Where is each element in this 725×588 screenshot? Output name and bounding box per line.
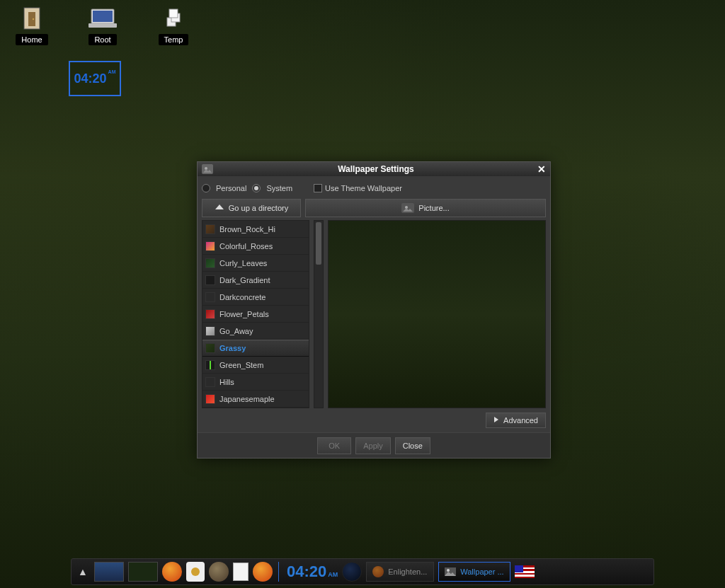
radio-personal[interactable] (202, 184, 210, 192)
wallpaper-thumb-icon (205, 394, 215, 404)
taskbar-clock-ampm: AM (328, 571, 338, 578)
wallpaper-file-label: Curly_Leaves (219, 259, 267, 267)
taskbar-window-wallpaper[interactable]: Wallpaper ... (438, 562, 510, 582)
picture-label: Picture... (418, 204, 449, 212)
taskbar-clock[interactable]: 04:20 AM (287, 563, 338, 581)
taskbar-window-enlighten[interactable]: Enlighten... (366, 562, 434, 582)
titlebar[interactable]: Wallpaper Settings ✕ (198, 162, 550, 176)
chevron-up-icon (215, 204, 224, 212)
wallpaper-thumb-icon (205, 326, 215, 336)
wallpaper-thumb-icon (205, 360, 215, 370)
taskbar-separator (278, 562, 281, 582)
svg-rect-4 (93, 11, 113, 22)
svg-rect-5 (89, 23, 117, 28)
wallpaper-thumb-icon (205, 258, 215, 268)
svg-point-2 (33, 18, 34, 20)
picture-icon (401, 203, 414, 213)
use-theme-wallpaper-option[interactable]: Use Theme Wallpaper (314, 184, 402, 192)
svg-point-15 (447, 569, 450, 572)
taskbar-app-gimp[interactable] (209, 561, 229, 582)
wallpaper-file-item[interactable]: Dark_Gradient (202, 272, 309, 289)
wallpaper-file-item[interactable]: Japanesemaple (202, 391, 309, 408)
file-list-scrollbar[interactable] (314, 220, 324, 408)
firefox-icon (253, 562, 273, 582)
radio-system-label: System (266, 184, 292, 192)
workspace-thumb-icon (128, 562, 158, 582)
options-row: Personal System Use Theme Wallpaper (202, 180, 546, 196)
desktop-icon-label: Root (89, 34, 116, 45)
taskbar-menu-button[interactable]: ▲ (76, 561, 90, 582)
wallpaper-file-item[interactable]: Brown_Rock_Hi (202, 221, 309, 238)
workspace-thumb-icon (94, 562, 124, 582)
wallpaper-file-list[interactable]: Brown_Rock_HiColorful_RosesCurly_LeavesD… (202, 220, 309, 408)
wallpaper-file-label: Japanesemaple (219, 395, 275, 403)
desktop-icon-label: Temp (159, 34, 189, 45)
taskbar-app-firefox[interactable] (162, 561, 182, 582)
dialog-footer: OK Apply Close (198, 432, 550, 458)
wallpaper-file-label: Green_Stem (219, 361, 263, 369)
wallpaper-file-item[interactable]: Hills (202, 374, 309, 391)
close-button[interactable]: Close (395, 437, 430, 454)
close-button[interactable]: ✕ (535, 163, 546, 175)
wallpaper-file-item[interactable]: Darkconcrete (202, 289, 309, 306)
taskbar-app-media[interactable] (186, 561, 205, 582)
desktop-icon-temp[interactable]: Temp (149, 6, 198, 45)
picture-icon (445, 567, 456, 576)
picture-button[interactable]: Picture... (305, 199, 546, 217)
wallpaper-file-item[interactable]: Grassy (202, 340, 309, 357)
advanced-button[interactable]: Advanced (486, 413, 546, 428)
wallpaper-thumb-icon (205, 343, 215, 353)
wallpaper-file-label: Brown_Rock_Hi (219, 225, 275, 234)
taskbar-app-document[interactable] (233, 561, 249, 582)
taskbar-workspace-2[interactable] (128, 561, 158, 582)
clock-ampm: AM (108, 69, 116, 74)
wallpaper-file-item[interactable]: Flower_Petals (202, 306, 309, 323)
wallpaper-file-item[interactable]: Colorful_Roses (202, 238, 309, 255)
desktop-icon-home[interactable]: Home (7, 6, 57, 45)
media-icon (186, 562, 205, 582)
wallpaper-file-item[interactable]: Curly_Leaves (202, 255, 309, 272)
radio-system[interactable] (252, 184, 261, 192)
wallpaper-file-item[interactable]: Go_Away (202, 323, 309, 340)
desktop-clock-widget[interactable]: 04:20 AM (69, 61, 121, 96)
taskbar-app-firefox-2[interactable] (253, 561, 273, 582)
desktop-icon-root[interactable]: Root (78, 6, 127, 45)
wallpaper-file-label: Flower_Petals (219, 310, 269, 318)
home-icon (17, 6, 47, 31)
gimp-icon (209, 562, 229, 582)
scrollbar-thumb[interactable] (316, 222, 321, 265)
wallpaper-file-label: Dark_Gradient (219, 276, 270, 284)
wallpaper-thumb-icon (205, 275, 215, 285)
temp-icon (159, 6, 188, 31)
chevron-up-icon: ▲ (78, 566, 88, 577)
close-icon: ✕ (537, 163, 546, 175)
apply-button[interactable]: Apply (355, 437, 391, 454)
advanced-label: Advanced (503, 416, 538, 425)
use-theme-checkbox[interactable] (314, 184, 322, 192)
clock-time: 04:20 (74, 71, 107, 86)
wallpaper-file-label: Go_Away (219, 327, 253, 335)
go-up-button[interactable]: Go up a directory (202, 199, 301, 217)
ok-button[interactable]: OK (317, 437, 351, 454)
wallpaper-thumb-icon (205, 309, 215, 319)
wallpaper-file-item[interactable]: Green_Stem (202, 357, 309, 374)
taskbar-system-orb[interactable] (342, 561, 362, 582)
desktop-icon-label: Home (16, 34, 47, 45)
us-flag-icon (515, 565, 535, 578)
svg-rect-1 (28, 12, 35, 26)
taskbar-workspace-1[interactable] (94, 561, 124, 582)
taskbar-keyboard-layout[interactable] (515, 561, 535, 582)
window-title: Wallpaper Settings (217, 164, 535, 174)
wallpaper-file-label: Hills (219, 378, 234, 386)
desktop-icons: Home Root Temp (7, 6, 198, 45)
go-up-label: Go up a directory (229, 204, 288, 212)
wallpaper-thumb-icon (205, 241, 215, 251)
use-theme-label: Use Theme Wallpaper (325, 184, 402, 192)
advanced-row: Advanced (202, 408, 546, 432)
nav-row: Go up a directory Picture... (202, 199, 546, 217)
source-radio-group: Personal System (202, 184, 292, 192)
wallpaper-thumb-icon (205, 224, 215, 234)
window-icon (202, 164, 213, 174)
wallpaper-preview (328, 220, 546, 408)
taskbar-window-label: Wallpaper ... (460, 567, 503, 576)
